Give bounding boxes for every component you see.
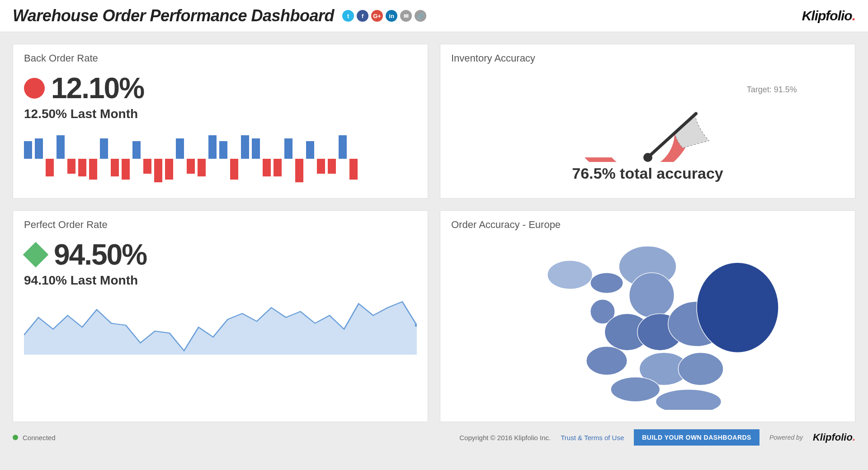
updown-bar: [252, 129, 260, 188]
svg-point-6: [590, 273, 623, 293]
gplus-icon[interactable]: G+: [371, 10, 383, 22]
updown-bar: [67, 129, 75, 188]
connection-status-text: Connected: [23, 434, 56, 442]
updown-bar: [165, 129, 173, 188]
card-title: Back Order Rate: [24, 52, 417, 64]
updown-bar: [339, 129, 347, 188]
updown-bar: [143, 129, 151, 188]
updown-bar: [89, 129, 97, 188]
updown-bar: [306, 129, 314, 188]
updown-bar: [100, 129, 108, 188]
brand-logo: Klipfolio: [802, 8, 855, 24]
updown-bar: [208, 129, 217, 188]
svg-point-3: [547, 261, 593, 289]
updown-bar: [35, 129, 43, 188]
card-back-order: Back Order Rate 12.10% 12.50% Last Month: [13, 44, 428, 199]
footer-brand-logo: Klipfolio: [813, 432, 855, 443]
header-bar: Warehouse Order Performance Dashboard tf…: [0, 0, 868, 32]
updown-bar: [24, 129, 32, 188]
svg-point-12: [697, 262, 778, 352]
europe-choropleth: [451, 238, 844, 410]
updown-bar: [46, 129, 54, 188]
updown-bar: [263, 129, 271, 188]
updown-bar: [132, 129, 141, 188]
build-dashboard-button[interactable]: BUILD YOUR OWN DASHBOARDS: [634, 429, 760, 446]
updown-bar: [57, 129, 65, 188]
updown-bar: [187, 129, 195, 188]
svg-point-16: [656, 389, 722, 410]
gauge-summary: 76.5% total accuracy: [572, 165, 723, 182]
svg-point-15: [611, 377, 660, 402]
card-order-accuracy-europe: Order Accuracy - Europe: [440, 210, 855, 422]
updown-bar: [176, 129, 184, 188]
back-order-value: 12.10%: [51, 71, 144, 105]
updown-bar: [198, 129, 206, 188]
svg-point-14: [678, 352, 723, 385]
updown-bar: [219, 129, 227, 188]
updown-bar: [154, 129, 162, 188]
updown-bar: [349, 129, 358, 188]
card-perfect-order: Perfect Order Rate 94.50% 94.10% Last Mo…: [13, 210, 428, 422]
updown-bar: [78, 129, 86, 188]
updown-bar: [284, 129, 292, 188]
updown-bar: [317, 129, 325, 188]
link-icon[interactable]: 🔗: [415, 10, 426, 22]
updown-bar: [111, 129, 119, 188]
powered-by-label: Powered by: [769, 434, 803, 441]
dashboard-grid: Back Order Rate 12.10% 12.50% Last Month…: [0, 32, 868, 422]
perfect-order-value: 94.50%: [54, 238, 146, 271]
linkedin-icon[interactable]: in: [386, 10, 397, 22]
status-indicator-diamond: [23, 242, 49, 268]
updown-bar: [230, 129, 238, 188]
updown-bar: [274, 129, 282, 188]
status-indicator-circle: [24, 78, 45, 99]
perfect-order-previous: 94.10% Last Month: [24, 273, 417, 288]
back-order-bar-chart: [24, 129, 417, 188]
perfect-order-sparkline: [24, 296, 417, 355]
share-icons: tfG+in✉🔗: [342, 10, 426, 22]
gauge-target-label: Target: 91.5%: [747, 85, 797, 95]
updown-bar: [295, 129, 303, 188]
card-title: Order Accuracy - Europe: [451, 219, 844, 231]
card-title: Inventory Accuracy: [451, 52, 844, 64]
back-order-previous: 12.50% Last Month: [24, 107, 417, 121]
page-title: Warehouse Order Performance Dashboard: [13, 6, 334, 25]
svg-point-5: [629, 273, 675, 318]
email-icon[interactable]: ✉: [400, 10, 412, 22]
copyright-text: Copyright © 2016 Klipfolio Inc.: [459, 434, 551, 442]
inventory-gauge: [553, 71, 743, 162]
twitter-icon[interactable]: t: [342, 10, 354, 22]
updown-bar: [241, 129, 249, 188]
terms-link[interactable]: Trust & Terms of Use: [561, 434, 624, 442]
svg-point-9: [586, 347, 627, 375]
facebook-icon[interactable]: f: [357, 10, 368, 22]
updown-bar: [122, 129, 130, 188]
card-title: Perfect Order Rate: [24, 219, 417, 231]
footer-bar: Connected Copyright © 2016 Klipfolio Inc…: [0, 422, 868, 456]
updown-bar: [328, 129, 336, 188]
card-inventory-accuracy: Inventory Accuracy Target: 91.5% 76.5% t…: [440, 44, 855, 199]
svg-point-1: [643, 153, 652, 162]
connection-status-dot: [13, 435, 18, 440]
